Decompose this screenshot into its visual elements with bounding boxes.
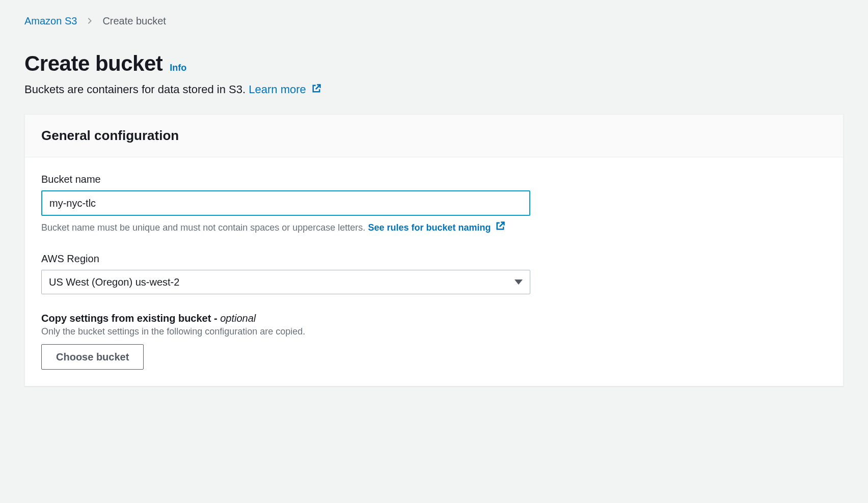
external-link-icon	[311, 81, 320, 91]
copy-settings-label-text: Copy settings from existing bucket -	[41, 313, 220, 324]
panel-title: General configuration	[41, 128, 827, 144]
page-header: Create bucket Info Buckets are container…	[24, 51, 844, 98]
rules-link-text: See rules for bucket naming	[368, 222, 491, 233]
rules-link[interactable]: See rules for bucket naming	[368, 222, 504, 233]
info-link[interactable]: Info	[170, 63, 186, 73]
bucket-name-label: Bucket name	[41, 174, 827, 185]
copy-settings-optional: optional	[220, 313, 256, 324]
region-group: AWS Region US West (Oregon) us-west-2	[41, 253, 827, 294]
region-value: US West (Oregon) us-west-2	[49, 276, 179, 288]
bucket-name-hint-text: Bucket name must be unique and must not …	[41, 222, 365, 233]
bucket-name-input[interactable]	[41, 190, 530, 216]
copy-settings-label: Copy settings from existing bucket - opt…	[41, 313, 827, 324]
learn-more-text: Learn more	[249, 83, 306, 96]
caret-down-icon	[514, 280, 523, 285]
region-select[interactable]: US West (Oregon) us-west-2	[41, 270, 530, 294]
page-subtitle: Buckets are containers for data stored i…	[24, 81, 844, 98]
region-label: AWS Region	[41, 253, 827, 265]
breadcrumb-current: Create bucket	[102, 15, 166, 27]
breadcrumb: Amazon S3 Create bucket	[24, 15, 844, 27]
chevron-right-icon	[86, 15, 93, 27]
copy-settings-group: Copy settings from existing bucket - opt…	[41, 313, 827, 370]
panel-header: General configuration	[25, 115, 843, 157]
bucket-name-group: Bucket name Bucket name must be unique a…	[41, 174, 827, 235]
breadcrumb-parent-link[interactable]: Amazon S3	[24, 15, 77, 27]
bucket-name-hint: Bucket name must be unique and must not …	[41, 221, 827, 235]
page-title: Create bucket	[24, 51, 162, 76]
choose-bucket-button[interactable]: Choose bucket	[41, 344, 144, 370]
copy-settings-hint: Only the bucket settings in the followin…	[41, 326, 827, 337]
learn-more-link[interactable]: Learn more	[249, 83, 320, 96]
general-configuration-panel: General configuration Bucket name Bucket…	[24, 114, 844, 386]
subtitle-text: Buckets are containers for data stored i…	[24, 83, 246, 96]
external-link-icon	[495, 221, 504, 230]
